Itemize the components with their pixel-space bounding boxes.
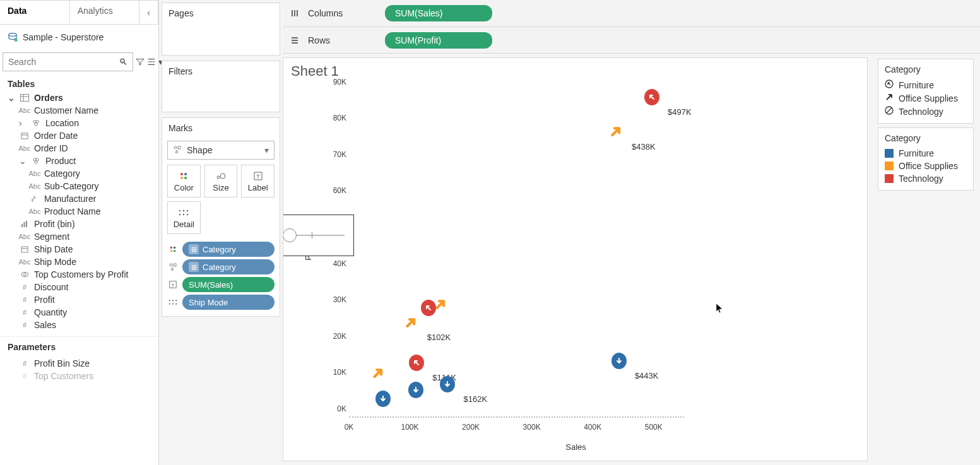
- size-slider-thumb[interactable]: [283, 228, 297, 242]
- tab-data[interactable]: Data: [0, 1, 70, 24]
- field-product-name[interactable]: AbcProduct Name: [5, 205, 156, 218]
- field-location[interactable]: ›Location: [5, 117, 156, 129]
- svg-point-27: [183, 209, 184, 211]
- svg-rect-37: [174, 264, 176, 266]
- svg-point-29: [179, 213, 180, 215]
- pages-card[interactable]: Pages: [162, 3, 280, 56]
- legend-item[interactable]: Technology: [885, 105, 967, 118]
- color-legend-title: Category: [885, 133, 967, 143]
- mark-type-label: Shape: [187, 145, 212, 155]
- color-icon: [179, 170, 189, 182]
- size-slider-popup[interactable]: [283, 215, 354, 256]
- data-point[interactable]: ➜: [370, 366, 386, 381]
- field-top-customers[interactable]: Top Customers by Profit: [5, 268, 156, 281]
- field-profit-bin[interactable]: Profit (bin): [5, 218, 156, 230]
- field-segment[interactable]: AbcSegment: [5, 230, 156, 243]
- field-profit[interactable]: #Profit: [5, 293, 156, 306]
- svg-point-31: [187, 213, 188, 215]
- color-legend[interactable]: Category Furniture Office Supplies Techn…: [878, 127, 974, 191]
- columns-label: Columns: [308, 8, 377, 18]
- field-quantity[interactable]: #Quantity: [5, 306, 156, 319]
- datasource-row[interactable]: Sample - Superstore: [0, 25, 158, 50]
- pill-color-category[interactable]: ⊞Category: [182, 242, 275, 257]
- svg-rect-51: [292, 42, 298, 44]
- pill-detail-ship-mode[interactable]: Ship Mode: [182, 295, 275, 310]
- svg-point-35: [174, 250, 176, 252]
- data-point[interactable]: [408, 382, 423, 397]
- columns-pill[interactable]: SUM(Sales): [385, 5, 492, 21]
- data-point[interactable]: [375, 391, 391, 406]
- field-order-date[interactable]: Order Date: [5, 129, 156, 142]
- svg-point-34: [170, 250, 173, 252]
- svg-rect-10: [21, 224, 23, 227]
- svg-point-19: [184, 173, 187, 175]
- tab-analytics[interactable]: Analytics: [70, 1, 140, 24]
- swatch-icon: [885, 149, 894, 158]
- field-ship-date[interactable]: Ship Date: [5, 243, 156, 256]
- filters-card[interactable]: Filters: [162, 61, 280, 112]
- size-slider-track[interactable]: [283, 235, 345, 236]
- param-profit-bin-size[interactable]: #Profit Bin Size: [5, 357, 156, 370]
- svg-point-28: [187, 209, 188, 211]
- collapse-data-pane[interactable]: ‹: [139, 1, 158, 24]
- field-discount[interactable]: #Discount: [5, 281, 156, 293]
- rows-label: Rows: [308, 35, 377, 45]
- mouse-cursor: [716, 303, 724, 314]
- legend-item[interactable]: Office Supplies: [885, 91, 967, 105]
- field-order-id[interactable]: AbcOrder ID: [5, 142, 156, 155]
- rows-pill[interactable]: SUM(Profit): [385, 32, 492, 49]
- svg-point-33: [174, 247, 176, 249]
- legend-item[interactable]: Office Supplies: [885, 160, 967, 172]
- mark-detail-button[interactable]: Detail: [167, 201, 201, 234]
- sheet-title: Sheet 1: [283, 58, 867, 85]
- data-point[interactable]: ➜: [608, 124, 623, 139]
- marks-card: Marks Shape ▾ Color Size TLabel Detail ⊞…: [162, 117, 280, 317]
- field-manufacturer[interactable]: Manufacturer: [5, 192, 156, 205]
- data-point[interactable]: [644, 90, 659, 105]
- search-input[interactable]: 🔍︎: [3, 52, 133, 71]
- field-customer-name[interactable]: AbcCustomer Name: [5, 104, 156, 117]
- field-sales[interactable]: #Sales: [5, 319, 156, 331]
- legend-item[interactable]: Furniture: [885, 147, 967, 160]
- shape-icon: [167, 262, 179, 271]
- columns-shelf[interactable]: Columns SUM(Sales): [283, 0, 980, 26]
- parameters-title: Parameters: [0, 336, 158, 357]
- datasource-icon: [8, 32, 18, 42]
- svg-point-43: [169, 303, 170, 305]
- table-orders[interactable]: ⌄Orders: [5, 91, 156, 104]
- circle-slash-icon: [885, 106, 894, 117]
- mark-size-button[interactable]: Size: [204, 165, 238, 197]
- data-point[interactable]: [409, 355, 424, 370]
- field-ship-mode[interactable]: AbcShip Mode: [5, 256, 156, 268]
- svg-rect-50: [292, 40, 298, 41]
- svg-point-18: [180, 173, 183, 175]
- view-list-icon[interactable]: [147, 55, 156, 69]
- rows-shelf[interactable]: Rows SUM(Profit): [283, 26, 980, 53]
- svg-rect-11: [24, 222, 25, 227]
- mark-color-button[interactable]: Color: [167, 165, 201, 197]
- legend-item[interactable]: Furniture: [885, 78, 967, 91]
- cards-column: Pages Filters Marks Shape ▾ Color Size T…: [159, 0, 283, 465]
- search-icon: 🔍︎: [119, 57, 127, 67]
- svg-point-40: [169, 300, 170, 301]
- mark-type-select[interactable]: Shape ▾: [167, 141, 275, 160]
- svg-rect-49: [292, 37, 298, 38]
- field-product[interactable]: ⌄Product: [5, 155, 156, 167]
- mark-label-button[interactable]: TLabel: [241, 165, 275, 197]
- field-sub-category[interactable]: AbcSub-Category: [5, 180, 156, 192]
- shape-legend[interactable]: Category Furniture Office Supplies Techn…: [878, 59, 974, 124]
- x-axis-label: Sales: [291, 442, 861, 452]
- rows-icon: [289, 36, 300, 45]
- tables-title: Tables: [0, 74, 158, 91]
- field-category[interactable]: AbcCategory: [5, 167, 156, 180]
- filter-fields-icon[interactable]: [136, 55, 145, 69]
- pill-shape-category[interactable]: ⊞Category: [182, 259, 275, 274]
- data-point[interactable]: [440, 377, 455, 392]
- data-point[interactable]: [611, 353, 627, 368]
- data-point[interactable]: [421, 300, 436, 315]
- legend-item[interactable]: Technology: [885, 172, 967, 185]
- pill-label-sum-sales[interactable]: SUM(Sales): [182, 277, 275, 292]
- param-top-customers[interactable]: #Top Customers: [5, 370, 156, 382]
- data-point[interactable]: ➜: [403, 315, 418, 330]
- viz-canvas[interactable]: Sheet 1 Profit 0K10K20K30K40K60K70K80K90…: [283, 57, 868, 461]
